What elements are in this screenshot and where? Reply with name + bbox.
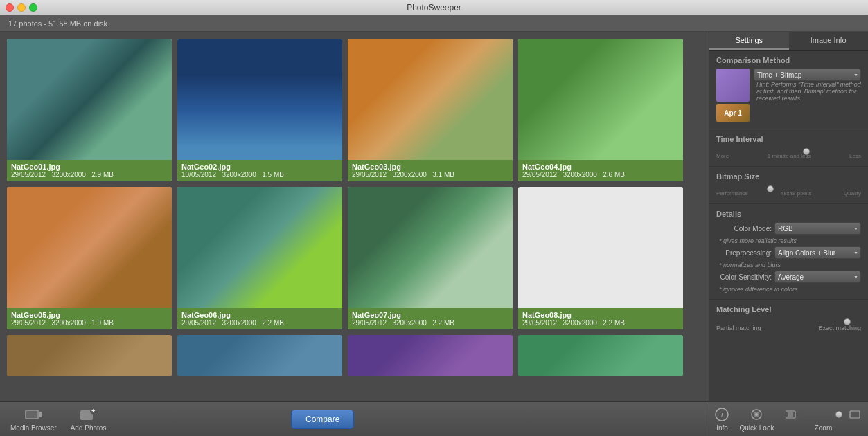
matching-level-title: Matching Level <box>716 305 861 314</box>
photo-card-partial[interactable] <box>518 335 683 376</box>
photo-thumbnail <box>518 187 683 308</box>
compare-button[interactable]: Compare <box>291 410 354 429</box>
quick-look-label: Quick Look <box>739 424 774 432</box>
title-bar: PhotoSweeper <box>0 0 868 15</box>
color-sensitivity-row: Color Sensitivity: Average Low High <box>716 271 861 283</box>
tab-settings[interactable]: Settings <box>709 32 789 50</box>
photo-name: NatGeo05.jpg <box>11 311 168 319</box>
photo-thumbnail <box>177 187 342 308</box>
sidebar-tabs: Settings Image Info <box>709 32 868 51</box>
preprocessing-label: Preprocessing: <box>716 249 772 257</box>
partial-matching-label: Partial matching <box>716 325 761 331</box>
color-mode-select-wrapper: RGB Grayscale <box>774 222 861 235</box>
matching-level-thumb[interactable] <box>844 318 851 325</box>
color-sensitivity-hint: * ignores difference in colors <box>719 286 861 293</box>
time-interval-title: Time Interval <box>716 135 861 143</box>
color-mode-hint: * gives more realistic results <box>719 237 861 244</box>
quick-look-icon <box>748 406 765 423</box>
photo-thumbnail <box>177 39 342 160</box>
svg-point-10 <box>755 413 758 416</box>
zoom-thumb[interactable] <box>835 411 842 418</box>
details-section: Details Color Mode: RGB Grayscale * give… <box>709 204 868 300</box>
zoom-slider-track[interactable] <box>802 413 844 416</box>
photo-meta: 29/05/2012 3200x2000 2.2 MB <box>352 319 508 327</box>
bitmap-size-title: Bitmap Size <box>716 172 861 181</box>
photo-card[interactable]: NatGeo07.jpg 29/05/2012 3200x2000 2.2 MB <box>348 187 513 329</box>
photo-thumbnail <box>348 39 513 160</box>
matching-level-slider-container: Partial matching Exact matching <box>716 318 861 331</box>
main-area: NatGeo01.jpg 29/05/2012 3200x2000 2.9 MB… <box>0 32 868 401</box>
time-interval-section: Time Interval More 1 minute and less Les… <box>709 129 868 167</box>
comparison-preview-flower <box>716 69 750 102</box>
app-title: PhotoSweeper <box>407 3 461 12</box>
photo-card-partial[interactable] <box>177 335 342 376</box>
photo-footer: NatGeo08.jpg 29/05/2012 3200x2000 2.2 MB <box>518 308 683 329</box>
svg-text:+: + <box>91 408 95 415</box>
photo-row-2: NatGeo05.jpg 29/05/2012 3200x2000 1.9 MB… <box>7 187 702 329</box>
zoom-out-icon <box>847 406 863 423</box>
svg-rect-1 <box>26 411 37 418</box>
photo-footer: NatGeo04.jpg 29/05/2012 3200x2000 2.6 MB <box>518 160 683 181</box>
add-photos-button[interactable]: + Add Photos <box>71 406 107 432</box>
photo-footer: NatGeo05.jpg 29/05/2012 3200x2000 1.9 MB <box>7 308 172 329</box>
preprocessing-select[interactable]: Align Colors + Blur Align Colors Blur No… <box>774 246 861 259</box>
bitmap-center-label: 48x48 pixels <box>781 190 811 197</box>
media-browser-icon <box>25 406 42 423</box>
quick-look-button[interactable]: Quick Look <box>739 406 774 432</box>
matching-label-row: Partial matching Exact matching <box>716 325 861 331</box>
color-sensitivity-select[interactable]: Average Low High <box>774 271 861 283</box>
add-photos-icon: + <box>80 406 97 423</box>
info-button[interactable]: i Info <box>714 406 730 432</box>
bottom-toolbar: Media Browser + Add Photos Compare <box>0 401 709 436</box>
photo-card[interactable]: NatGeo01.jpg 29/05/2012 3200x2000 2.9 MB <box>7 39 172 181</box>
bottom-area: Media Browser + Add Photos Compare <box>0 401 868 436</box>
svg-rect-2 <box>39 412 42 417</box>
comparison-method-hint: Hint: Performs "Time Interval" method at… <box>756 81 861 102</box>
photo-card[interactable]: NatGeo02.jpg 10/05/2012 3200x2000 1.5 MB <box>177 39 342 181</box>
matching-level-section: Matching Level Partial matching Exact ma… <box>709 300 868 338</box>
photo-card-partial[interactable] <box>7 335 172 376</box>
photo-card[interactable]: NatGeo08.jpg 29/05/2012 3200x2000 2.2 MB <box>518 187 683 329</box>
bitmap-performance-label: Performance <box>716 190 748 197</box>
photo-footer: NatGeo06.jpg 29/05/2012 3200x2000 2.2 MB <box>177 308 342 329</box>
details-title: Details <box>716 210 861 218</box>
minimize-button[interactable] <box>17 3 26 12</box>
bitmap-size-slider-container: Performance 48x48 pixels Quality <box>716 185 861 197</box>
bitmap-size-ticks: Performance 48x48 pixels Quality <box>716 190 861 197</box>
photo-meta: 29/05/2012 3200x2000 2.2 MB <box>181 319 338 327</box>
photo-meta: 10/05/2012 3200x2000 1.5 MB <box>181 171 338 179</box>
preprocessing-select-wrapper: Align Colors + Blur Align Colors Blur No… <box>774 246 861 259</box>
bitmap-size-section: Bitmap Size Performance 48x48 pixels Qua… <box>709 167 868 204</box>
comparison-method-select[interactable]: Time + Bitmap Time Interval Bitmap <box>754 69 861 81</box>
status-text: 17 photos - 51.58 MB on disk <box>8 19 107 28</box>
photo-name: NatGeo02.jpg <box>181 163 338 171</box>
svg-text:i: i <box>721 410 723 419</box>
comparison-preview-date: Apr 1 <box>716 104 750 122</box>
photo-thumbnail <box>348 187 513 308</box>
photo-card[interactable]: NatGeo06.jpg 29/05/2012 3200x2000 2.2 MB <box>177 187 342 329</box>
photo-card[interactable]: NatGeo03.jpg 29/05/2012 3200x2000 3.1 MB <box>348 39 513 181</box>
zoom-button[interactable]: Zoom <box>783 406 863 432</box>
photo-card[interactable]: NatGeo05.jpg 29/05/2012 3200x2000 1.9 MB <box>7 187 172 329</box>
photo-row-3 <box>7 335 702 376</box>
media-browser-button[interactable]: Media Browser <box>10 406 57 432</box>
photo-footer: NatGeo02.jpg 10/05/2012 3200x2000 1.5 MB <box>177 160 342 181</box>
photo-footer: NatGeo03.jpg 29/05/2012 3200x2000 3.1 MB <box>348 160 513 181</box>
svg-rect-12 <box>788 412 793 417</box>
sidebar-bottom: i Info Quick Look <box>709 401 868 436</box>
bitmap-quality-label: Quality <box>844 190 861 197</box>
status-bar: 17 photos - 51.58 MB on disk <box>0 15 868 32</box>
maximize-button[interactable] <box>29 3 37 12</box>
close-button[interactable] <box>6 3 14 12</box>
photo-name: NatGeo06.jpg <box>181 311 338 319</box>
photo-card-partial[interactable] <box>348 335 513 376</box>
photo-card[interactable]: NatGeo04.jpg 29/05/2012 3200x2000 2.6 MB <box>518 39 683 181</box>
color-sensitivity-label: Color Sensitivity: <box>716 273 772 281</box>
comparison-method-select-wrapper: Time + Bitmap Time Interval Bitmap <box>754 69 861 81</box>
photo-row-1: NatGeo01.jpg 29/05/2012 3200x2000 2.9 MB… <box>7 39 702 181</box>
photo-thumbnail <box>7 39 172 160</box>
preprocessing-row: Preprocessing: Align Colors + Blur Align… <box>716 246 861 259</box>
tab-image-info[interactable]: Image Info <box>789 32 869 50</box>
photo-meta: 29/05/2012 3200x2000 1.9 MB <box>11 319 168 327</box>
color-mode-select[interactable]: RGB Grayscale <box>774 222 861 235</box>
